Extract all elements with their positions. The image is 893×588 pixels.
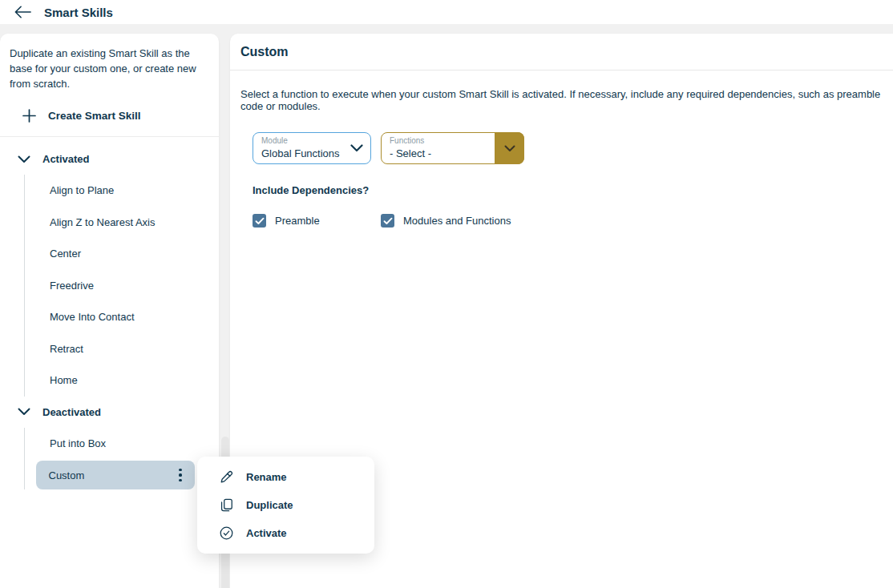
menu-item-label: Rename — [246, 471, 287, 483]
menu-item-label: Activate — [246, 527, 287, 539]
tree-item-freedrive[interactable]: Freedrive — [25, 270, 219, 302]
chevron-down-icon — [504, 145, 515, 152]
page-title: Smart Skills — [44, 6, 113, 19]
plus-icon — [22, 109, 36, 123]
tree-item-label: Retract — [50, 343, 83, 355]
tree-item-label: Move Into Contact — [50, 311, 135, 323]
tree-item-label: Center — [50, 248, 81, 260]
functions-select[interactable]: Functions - Select - — [381, 132, 524, 164]
main-title: Custom — [240, 45, 289, 59]
menu-item-rename[interactable]: Rename — [197, 463, 374, 491]
main-description: Select a function to execute when your c… — [240, 88, 890, 112]
tree-item-label: Align to Plane — [50, 184, 114, 196]
preamble-checkbox-label: Preamble — [275, 215, 320, 227]
context-menu: Rename Duplicate Activate — [197, 457, 374, 554]
tree-item-retract[interactable]: Retract — [25, 333, 219, 365]
include-dependencies-heading: Include Dependencies? — [253, 184, 890, 196]
tree-item-label: Freedrive — [50, 280, 94, 292]
sidebar-description: Duplicate an existing Smart Skill as the… — [10, 46, 209, 91]
main-panel-header: Custom — [230, 34, 893, 70]
modules-functions-checkbox-group[interactable]: Modules and Functions — [381, 214, 511, 228]
pencil-icon — [219, 469, 234, 485]
chevron-down-icon — [350, 144, 363, 152]
chevron-down-icon — [18, 408, 30, 416]
tree-item-align-to-plane[interactable]: Align to Plane — [25, 175, 219, 207]
select-row: Module Global Functions Functions - Sele… — [253, 132, 890, 164]
create-smart-skill-button[interactable]: Create Smart Skill — [22, 105, 219, 126]
tree-item-custom-selected[interactable]: Custom — [36, 461, 195, 489]
check-circle-icon — [219, 526, 234, 541]
top-bar: Smart Skills — [0, 0, 893, 24]
tree-item-move-into-contact[interactable]: Move Into Contact — [25, 301, 219, 333]
kebab-menu-icon[interactable] — [176, 465, 184, 485]
duplicate-icon — [219, 497, 234, 513]
module-select-label: Module — [261, 136, 288, 145]
menu-item-activate[interactable]: Activate — [197, 519, 374, 547]
functions-select-dropdown-button[interactable] — [495, 132, 524, 164]
functions-select-value: - Select - — [390, 147, 431, 159]
menu-item-duplicate[interactable]: Duplicate — [197, 491, 374, 519]
back-arrow-icon[interactable] — [14, 5, 32, 19]
section-label: Deactivated — [42, 406, 101, 418]
sidebar: Duplicate an existing Smart Skill as the… — [0, 34, 219, 588]
section-header-deactivated[interactable]: Deactivated — [0, 397, 219, 428]
smart-skill-tree: Activated Align to Plane Align Z to Near… — [0, 137, 219, 489]
tree-item-label: Home — [50, 374, 78, 386]
chevron-down-icon — [18, 155, 30, 163]
preamble-checkbox-checked[interactable] — [253, 214, 266, 228]
tree-item-label: Put into Box — [50, 437, 106, 449]
module-select-value: Global Functions — [261, 147, 340, 159]
dependencies-checkboxes: Preamble Modules and Functions — [253, 214, 890, 228]
tree-item-put-into-box[interactable]: Put into Box — [25, 428, 219, 460]
section-header-activated[interactable]: Activated — [0, 143, 219, 175]
tree-item-align-z-to-nearest-axis[interactable]: Align Z to Nearest Axis — [25, 207, 219, 239]
activated-items: Align to Plane Align Z to Nearest Axis C… — [24, 175, 219, 397]
section-label: Activated — [42, 153, 90, 165]
module-select[interactable]: Module Global Functions — [253, 132, 371, 164]
modules-functions-checkbox-label: Modules and Functions — [403, 215, 511, 227]
tree-item-label: Align Z to Nearest Axis — [50, 216, 156, 228]
preamble-checkbox-group[interactable]: Preamble — [253, 214, 381, 228]
tree-item-home[interactable]: Home — [25, 364, 219, 397]
modules-functions-checkbox-checked[interactable] — [381, 214, 394, 228]
create-smart-skill-label: Create Smart Skill — [48, 110, 141, 122]
functions-select-label: Functions — [390, 136, 424, 145]
tree-item-center[interactable]: Center — [25, 238, 219, 270]
menu-item-label: Duplicate — [246, 499, 293, 511]
deactivated-items: Put into Box Custom — [24, 428, 219, 490]
tree-item-label: Custom — [49, 469, 85, 481]
